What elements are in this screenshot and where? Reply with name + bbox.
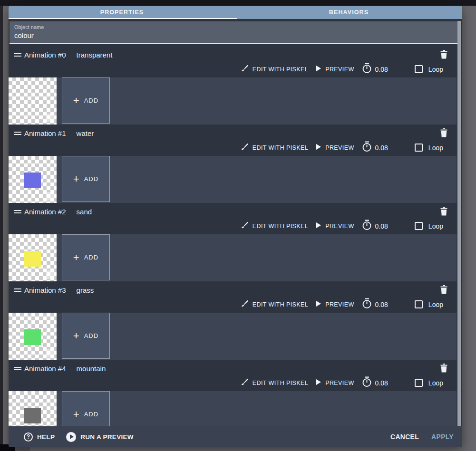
loop-label: Loop [428,379,443,387]
frame-duration-value: 0.08 [375,301,388,308]
frame-pixel-art [24,251,40,267]
edit-with-piskel-button[interactable]: EDIT WITH PISKEL [241,64,308,74]
frame-thumbnail[interactable] [9,391,57,426]
preview-button[interactable]: PREVIEW [316,144,354,152]
edit-with-piskel-button[interactable]: EDIT WITH PISKEL [241,221,308,231]
drag-handle-icon[interactable] [14,131,21,136]
add-frame-button[interactable]: + ADD [62,234,110,280]
object-name-field[interactable]: Object name colour [10,21,458,44]
trash-icon [440,210,447,217]
loop-checkbox[interactable] [415,300,423,308]
animation-section-2: Animation #2 sand E [9,203,457,281]
frame-duration-field[interactable]: 0.08 [362,220,388,232]
loop-checkbox[interactable] [415,65,423,73]
frame-duration-field[interactable]: 0.08 [362,298,388,311]
loop-toggle[interactable]: Loop [415,379,443,387]
delete-animation-button[interactable] [439,284,448,297]
drag-handle-icon[interactable] [14,366,21,372]
play-icon [316,222,321,230]
backdrop-left-strip [0,6,3,444]
brush-icon [241,221,249,231]
delete-animation-button[interactable] [439,127,448,140]
vertical-scrollbar[interactable] [457,21,461,426]
preview-button[interactable]: PREVIEW [316,222,354,230]
apply-button[interactable]: APPLY [431,433,454,441]
add-frame-button[interactable]: + ADD [62,156,110,202]
frames-strip: + ADD [9,234,457,281]
tab-behaviors[interactable]: BEHAVIORS [235,6,462,19]
brush-icon [241,378,249,388]
loop-toggle[interactable]: Loop [415,144,443,152]
edit-with-piskel-button[interactable]: EDIT WITH PISKEL [241,143,308,153]
drag-handle-icon[interactable] [14,288,21,293]
frames-strip: + ADD [9,391,457,426]
animation-title: Animation #0 [24,51,66,59]
preview-button[interactable]: PREVIEW [316,65,354,74]
tab-bar: PROPERTIES BEHAVIORS [9,6,462,19]
animation-title: Animation #3 [24,286,66,294]
add-frame-button[interactable]: + ADD [62,313,110,359]
help-button[interactable]: ? HELP [24,432,55,441]
loop-label: Loop [428,144,443,152]
frame-pixel-art [24,94,40,110]
play-icon [316,379,321,387]
plus-icon: + [73,408,79,421]
add-frame-button[interactable]: + ADD [62,391,110,426]
run-a-preview-button[interactable]: RUN A PREVIEW [66,432,134,442]
animation-title: Animation #1 [24,129,66,137]
magnifier-overlay [46,349,54,357]
object-name-value[interactable]: colour [14,31,453,39]
frame-thumbnail[interactable] [9,313,57,360]
loop-checkbox[interactable] [415,379,423,387]
dialog-footer: ? HELP RUN A PREVIEW CANCEL APPLY [9,426,462,447]
brush-icon [241,299,249,309]
frame-duration-field[interactable]: 0.08 [362,141,388,154]
delete-animation-button[interactable] [439,206,448,218]
loop-label: Loop [428,66,443,73]
plus-icon: + [73,173,79,185]
frames-strip: + ADD [9,156,457,203]
edit-with-piskel-button[interactable]: EDIT WITH PISKEL [241,378,308,388]
frame-thumbnail[interactable] [9,156,57,203]
loop-toggle[interactable]: Loop [415,65,443,73]
delete-animation-button[interactable] [439,49,448,61]
loop-checkbox[interactable] [415,144,423,152]
frame-duration-field[interactable]: 0.08 [362,376,388,389]
animation-header: Animation #4 mountain [9,360,457,391]
cancel-button[interactable]: CANCEL [390,433,419,441]
play-icon [316,300,321,309]
frame-pixel-art [24,408,40,424]
stopwatch-icon [362,63,372,76]
animation-name[interactable]: grass [77,286,94,294]
frame-duration-field[interactable]: 0.08 [362,63,388,76]
animation-name[interactable]: mountain [77,365,106,373]
frame-thumbnail[interactable] [9,234,57,281]
loop-toggle[interactable]: Loop [415,300,443,308]
delete-animation-button[interactable] [439,363,448,375]
play-icon [316,65,321,74]
loop-label: Loop [428,301,443,308]
loop-toggle[interactable]: Loop [415,222,443,230]
frames-strip: + ADD [9,77,457,125]
help-icon: ? [24,432,33,441]
frame-pixel-art [24,329,40,345]
preview-button[interactable]: PREVIEW [316,379,354,387]
drag-handle-icon[interactable] [14,209,21,215]
edit-with-piskel-button[interactable]: EDIT WITH PISKEL [241,299,308,309]
animation-name[interactable]: sand [77,208,92,216]
loop-checkbox[interactable] [415,222,423,230]
play-circle-icon [66,432,76,442]
preview-button[interactable]: PREVIEW [316,300,354,309]
animation-header: Animation #3 grass [9,281,457,313]
animation-name[interactable]: transparent [77,51,113,59]
backdrop-top-strip [0,0,476,6]
animation-name[interactable]: water [77,129,94,137]
tab-properties[interactable]: PROPERTIES [9,6,235,19]
magnifier-overlay [46,192,54,201]
drag-handle-icon[interactable] [14,52,21,58]
dialog-content: Object name colour Animation #0 transpar… [9,19,462,426]
frame-thumbnail[interactable] [9,77,57,125]
animation-title: Animation #2 [24,208,66,216]
brush-icon [241,64,249,74]
add-frame-button[interactable]: + ADD [62,77,110,124]
